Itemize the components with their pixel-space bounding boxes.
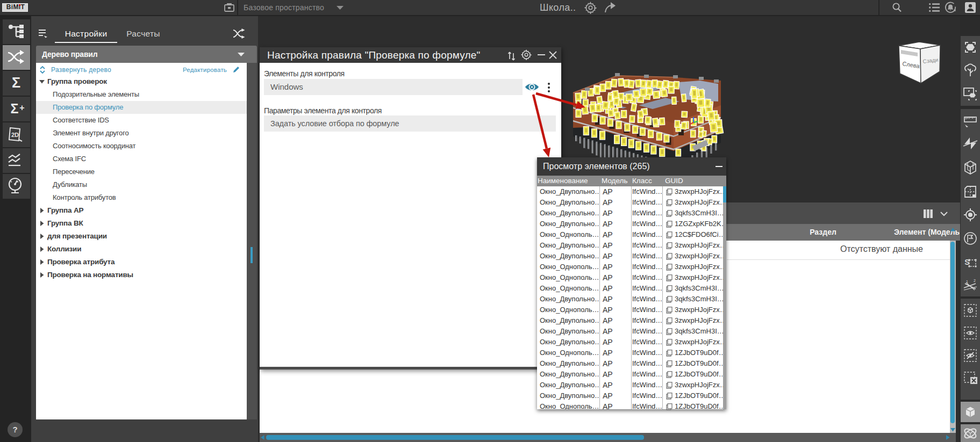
svg-text:Σ: Σ [10,101,18,116]
svg-text:2D: 2D [11,132,19,138]
svg-text:Σ: Σ [12,75,20,91]
svg-text:1: 1 [966,280,968,284]
svg-text:+: + [19,103,24,112]
svg-text:S: S [964,258,969,266]
svg-text:2: 2 [974,279,976,282]
